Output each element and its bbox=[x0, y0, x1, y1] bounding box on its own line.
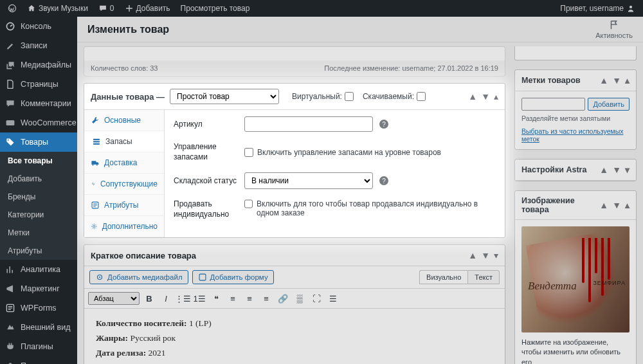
flag-icon bbox=[608, 19, 620, 31]
sidebar-item-posts[interactable]: Записи bbox=[0, 36, 77, 55]
move-up-icon[interactable]: ▲ bbox=[599, 200, 608, 210]
sidebar-item-appearance[interactable]: Внешний вид bbox=[0, 318, 77, 337]
product-type-select[interactable]: Простой товар bbox=[170, 89, 279, 104]
virtual-checkbox-label[interactable]: Виртуальный: bbox=[292, 92, 354, 101]
bullet-list-button[interactable]: ⋮☰ bbox=[176, 291, 190, 305]
sold-individually-checkbox[interactable] bbox=[244, 199, 253, 208]
choose-popular-tags-link[interactable]: Выбрать из часто используемых меток bbox=[521, 127, 629, 143]
sidebar-item-dashboard[interactable]: Консоль bbox=[0, 17, 77, 36]
align-center-button[interactable]: ≡ bbox=[242, 291, 257, 305]
toggle-panel-icon[interactable]: ▾ bbox=[625, 165, 629, 175]
add-tag-button[interactable]: Добавить bbox=[588, 98, 629, 111]
editor-status-bar: Количество слов: 33 Последнее изменение:… bbox=[84, 60, 505, 77]
album-artist: ЗЕМФИРА bbox=[593, 280, 626, 286]
move-up-icon[interactable]: ▲ bbox=[468, 250, 477, 260]
toggle-panel-icon[interactable]: ▴ bbox=[625, 200, 629, 210]
tag-hint: Разделяйте метки запятыми bbox=[521, 114, 629, 122]
submenu-tags[interactable]: Метки bbox=[0, 224, 77, 242]
submenu-add-product[interactable]: Добавить bbox=[0, 170, 77, 188]
italic-button[interactable]: I bbox=[159, 291, 173, 305]
side-fragment bbox=[514, 46, 637, 60]
comments-link[interactable]: 0 bbox=[95, 4, 118, 13]
wp-logo[interactable] bbox=[4, 4, 21, 13]
svg-point-4 bbox=[8, 140, 9, 141]
view-product-link[interactable]: Просмотреть товар bbox=[177, 4, 254, 13]
downloadable-checkbox-label[interactable]: Скачиваемый: bbox=[363, 92, 426, 101]
fullscreen-button[interactable]: ⛶ bbox=[309, 291, 323, 305]
toggle-panel-icon[interactable]: ▴ bbox=[494, 91, 498, 102]
user-greeting[interactable]: Привет, username bbox=[556, 4, 639, 13]
move-up-icon[interactable]: ▲ bbox=[468, 91, 477, 102]
product-data-tabs: Основные Запасы Доставка Сопутствующие А… bbox=[84, 110, 165, 237]
help-icon[interactable]: ? bbox=[379, 176, 388, 185]
toggle-panel-icon[interactable]: ▾ bbox=[494, 250, 498, 260]
submenu-all-products[interactable]: Все товары bbox=[0, 152, 77, 170]
svg-point-19 bbox=[99, 277, 100, 278]
sidebar-item-media[interactable]: Медиафайлы bbox=[0, 55, 77, 75]
stock-status-select[interactable]: В наличии bbox=[244, 172, 373, 189]
editor-content[interactable]: Количество носителей: 1 (LP) Жанры: Русс… bbox=[84, 309, 505, 364]
sidebar-item-users[interactable]: Пользователи bbox=[0, 356, 77, 364]
numbered-list-button[interactable]: 1☰ bbox=[192, 291, 206, 305]
submenu-brands[interactable]: Бренды bbox=[0, 188, 77, 206]
featured-image-caption: Нажмите на изображение, чтобы изменить и… bbox=[521, 338, 629, 364]
move-up-icon[interactable]: ▲ bbox=[599, 165, 608, 175]
sidebar-item-wpforms[interactable]: WPForms bbox=[0, 298, 77, 318]
sidebar-item-analytics[interactable]: Аналитика bbox=[0, 260, 77, 279]
help-icon[interactable]: ? bbox=[379, 120, 388, 129]
add-new-link[interactable]: Добавить bbox=[121, 4, 174, 13]
virtual-checkbox[interactable] bbox=[345, 92, 354, 101]
link-button[interactable]: 🔗 bbox=[276, 291, 290, 305]
sidebar-item-woocommerce[interactable]: WooCommerce bbox=[0, 113, 77, 132]
sidebar-item-comments[interactable]: Комментарии bbox=[0, 94, 77, 113]
tag-input[interactable] bbox=[521, 98, 585, 111]
move-down-icon[interactable]: ▼ bbox=[612, 75, 621, 86]
paragraph-select[interactable]: Абзац bbox=[88, 292, 140, 305]
manage-stock-checkbox[interactable] bbox=[244, 148, 253, 157]
move-down-icon[interactable]: ▼ bbox=[612, 165, 621, 175]
site-home-link[interactable]: Звуки Музыки bbox=[23, 4, 92, 13]
tab-text[interactable]: Текст bbox=[467, 270, 500, 284]
form-icon bbox=[198, 273, 207, 282]
stock-status-label: Складской статус bbox=[174, 176, 238, 185]
sidebar-item-pages[interactable]: Страницы bbox=[0, 75, 77, 94]
tab-linked[interactable]: Сопутствующие bbox=[84, 174, 164, 195]
submenu-attributes[interactable]: Атрибуты bbox=[0, 242, 77, 260]
tab-inventory[interactable]: Запасы bbox=[84, 131, 164, 152]
sku-input[interactable] bbox=[244, 116, 373, 132]
sidebar-item-plugins[interactable]: Плагины bbox=[0, 337, 77, 356]
add-media-button[interactable]: Добавить медиафайл bbox=[89, 270, 188, 284]
short-desc-title: Краткое описание товара bbox=[91, 251, 196, 260]
astra-settings-box: Настройки Astra ▲▼▾ bbox=[514, 159, 637, 181]
more-button[interactable]: ▒ bbox=[293, 291, 307, 305]
downloadable-checkbox[interactable] bbox=[417, 92, 426, 101]
sidebar-item-products[interactable]: Товары bbox=[0, 132, 77, 152]
main-content: Изменить товар Активность Количество сло… bbox=[77, 17, 643, 364]
toolbar-toggle-button[interactable]: ☰ bbox=[326, 291, 340, 305]
tab-attributes[interactable]: Атрибуты bbox=[84, 195, 164, 216]
move-down-icon[interactable]: ▼ bbox=[481, 91, 490, 102]
tab-general[interactable]: Основные bbox=[84, 110, 164, 131]
avatar-icon bbox=[626, 4, 635, 13]
move-down-icon[interactable]: ▼ bbox=[481, 250, 490, 260]
submenu-categories[interactable]: Категории bbox=[0, 206, 77, 224]
toggle-panel-icon[interactable]: ▴ bbox=[625, 75, 629, 86]
align-left-button[interactable]: ≡ bbox=[226, 291, 240, 305]
sidebar-item-marketing[interactable]: Маркетинг bbox=[0, 279, 77, 298]
tab-shipping[interactable]: Доставка bbox=[84, 152, 164, 174]
blockquote-button[interactable]: ❝ bbox=[209, 291, 223, 305]
align-right-button[interactable]: ≡ bbox=[259, 291, 273, 305]
svg-rect-20 bbox=[199, 274, 206, 280]
editor-top-fragment bbox=[84, 46, 505, 60]
word-count: Количество слов: 33 bbox=[91, 64, 158, 72]
product-tags-title: Метки товаров bbox=[521, 76, 581, 85]
tab-visual[interactable]: Визуально bbox=[419, 270, 467, 284]
tab-advanced[interactable]: Дополнительно bbox=[84, 216, 164, 237]
activity-button[interactable]: Активность bbox=[595, 19, 633, 39]
sku-label: Артикул bbox=[174, 120, 238, 129]
move-up-icon[interactable]: ▲ bbox=[599, 75, 608, 86]
featured-image[interactable]: Вендетта ЗЕМФИРА bbox=[521, 226, 629, 332]
add-form-button[interactable]: Добавить форму bbox=[192, 270, 274, 284]
bold-button[interactable]: B bbox=[142, 291, 156, 305]
move-down-icon[interactable]: ▼ bbox=[612, 200, 621, 210]
